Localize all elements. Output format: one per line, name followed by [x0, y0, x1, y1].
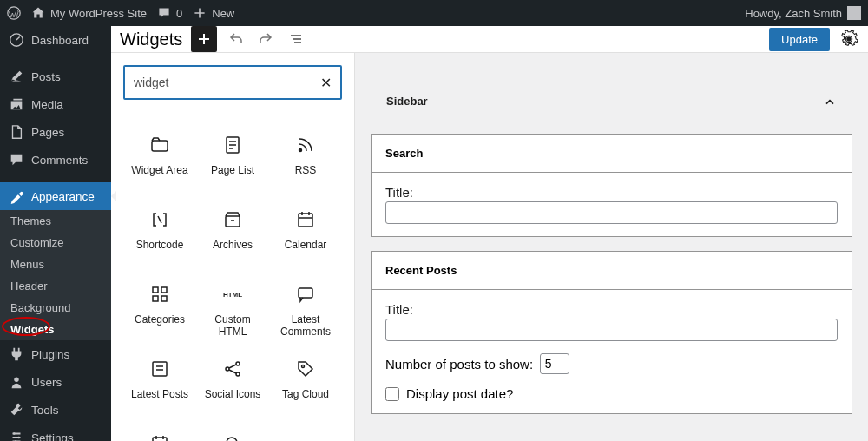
undo-button[interactable] — [226, 29, 247, 49]
svg-point-10 — [299, 149, 302, 152]
block-item-tag[interactable]: Tag Cloud — [269, 348, 342, 423]
block-item-posts[interactable]: Latest Posts — [123, 348, 196, 423]
block-item-share[interactable]: Social Icons — [196, 348, 269, 423]
block-item-extra-0[interactable] — [123, 423, 196, 441]
list-view-button[interactable] — [285, 29, 306, 49]
sidebar-item-plugins[interactable]: Plugins — [0, 340, 111, 368]
block-item-calendar[interactable]: Calendar — [269, 199, 342, 273]
svg-rect-14 — [161, 287, 167, 293]
block-item-categories[interactable]: Categories — [123, 273, 196, 348]
widget-recent-posts: Recent Posts Title: Number of posts to s… — [371, 251, 852, 414]
plus-icon — [193, 6, 207, 20]
comment-count: 0 — [176, 7, 182, 20]
chevron-down-icon — [823, 93, 837, 109]
subitem-customize[interactable]: Customize — [0, 232, 111, 253]
block-inserter-panel: ✕ Widget AreaPage ListRSSShortcodeArchiv… — [111, 53, 354, 441]
new-label: New — [212, 7, 234, 20]
recent-date-checkbox[interactable] — [385, 387, 399, 401]
recent-date-label: Display post date? — [406, 386, 513, 401]
sidebar-item-appearance[interactable]: Appearance — [0, 182, 111, 210]
editor-header: Widgets Update — [111, 26, 868, 53]
comment-icon — [157, 6, 171, 20]
widget-area-title: Sidebar — [386, 95, 428, 108]
admin-bar: My WordPress Site 0 New Howdy, Zach Smit… — [0, 0, 868, 26]
sidebar-item-settings[interactable]: Settings — [0, 424, 111, 441]
block-item-shortcode[interactable]: Shortcode — [123, 199, 196, 273]
sidebar-item-tools[interactable]: Tools — [0, 396, 111, 424]
recent-count-input[interactable] — [540, 353, 569, 374]
sidebar-item-users[interactable]: Users — [0, 368, 111, 396]
settings-button[interactable] — [838, 29, 859, 49]
admin-sidebar: Dashboard Posts Media Pages Comments App… — [0, 26, 111, 441]
sidebar-item-comments[interactable]: Comments — [0, 146, 111, 174]
subitem-menus[interactable]: Menus — [0, 253, 111, 275]
site-name: My WordPress Site — [50, 7, 147, 20]
sidebar-item-dashboard[interactable]: Dashboard — [0, 26, 111, 54]
sidebar-item-media[interactable]: Media — [0, 90, 111, 118]
block-search-box: ✕ — [123, 65, 342, 100]
subitem-background[interactable]: Background — [0, 297, 111, 319]
appearance-submenu: Themes Customize Menus Header Background… — [0, 210, 111, 340]
widget-recent-title[interactable]: Recent Posts — [372, 252, 852, 290]
wp-logo[interactable] — [7, 6, 21, 20]
block-item-rss[interactable]: RSS — [269, 124, 342, 199]
subitem-header[interactable]: Header — [0, 275, 111, 297]
svg-rect-15 — [153, 296, 158, 301]
home-icon — [31, 6, 45, 20]
subitem-themes[interactable]: Themes — [0, 210, 111, 232]
clear-search-button[interactable]: ✕ — [320, 75, 332, 91]
block-item-html[interactable]: HTMLCustom HTML — [196, 273, 269, 348]
block-item-pagelist[interactable]: Page List — [196, 124, 269, 199]
avatar — [847, 6, 861, 20]
svg-text:HTML: HTML — [223, 291, 242, 299]
sidebar-item-posts[interactable]: Posts — [0, 63, 111, 90]
subitem-widgets[interactable]: Widgets — [0, 319, 111, 340]
blocks-grid: Widget AreaPage ListRSSShortcodeArchives… — [123, 124, 342, 441]
svg-point-25 — [227, 438, 237, 441]
widget-search: Search Title: — [371, 134, 852, 237]
user-greeting[interactable]: Howdy, Zach Smith — [745, 6, 861, 20]
sidebar-item-pages[interactable]: Pages — [0, 118, 111, 146]
block-item-comments[interactable]: Latest Comments — [269, 273, 342, 348]
svg-point-22 — [236, 372, 240, 376]
svg-rect-12 — [299, 214, 312, 227]
widget-area-header[interactable]: Sidebar — [371, 82, 852, 120]
svg-rect-18 — [299, 288, 312, 298]
recent-count-label: Number of posts to show: — [385, 357, 533, 372]
svg-rect-16 — [161, 296, 167, 301]
svg-rect-11 — [226, 216, 240, 227]
svg-rect-13 — [153, 287, 158, 293]
editor-main: Widgets Update ✕ Widget AreaPage ListRSS… — [111, 26, 868, 441]
svg-point-4 — [17, 437, 20, 439]
widget-canvas-scroll[interactable]: Sidebar Search Title: Recent Posts — [354, 53, 868, 441]
widget-search-title[interactable]: Search — [372, 135, 852, 173]
block-item-archives[interactable]: Archives — [196, 199, 269, 273]
svg-rect-24 — [153, 438, 167, 441]
svg-point-21 — [236, 362, 240, 365]
svg-point-23 — [302, 365, 305, 368]
site-home-link[interactable]: My WordPress Site — [31, 6, 147, 20]
recent-title-input[interactable] — [385, 319, 838, 341]
recent-title-label: Title: — [385, 302, 838, 317]
svg-rect-19 — [153, 362, 167, 376]
page-title: Widgets — [120, 30, 182, 49]
block-item-extra-1[interactable] — [196, 423, 269, 441]
svg-point-2 — [14, 378, 18, 382]
block-search-input[interactable] — [134, 76, 320, 89]
add-block-button[interactable] — [191, 26, 217, 52]
redo-button[interactable] — [255, 29, 276, 49]
comments-link[interactable]: 0 — [157, 6, 182, 20]
search-title-label: Title: — [385, 185, 838, 200]
svg-point-7 — [846, 36, 852, 42]
search-title-input[interactable] — [385, 201, 838, 224]
new-content-link[interactable]: New — [193, 6, 234, 20]
update-button[interactable]: Update — [769, 28, 830, 51]
block-item-folder[interactable]: Widget Area — [123, 124, 196, 199]
svg-point-20 — [226, 367, 229, 371]
svg-point-3 — [13, 432, 16, 435]
svg-rect-8 — [152, 141, 168, 151]
